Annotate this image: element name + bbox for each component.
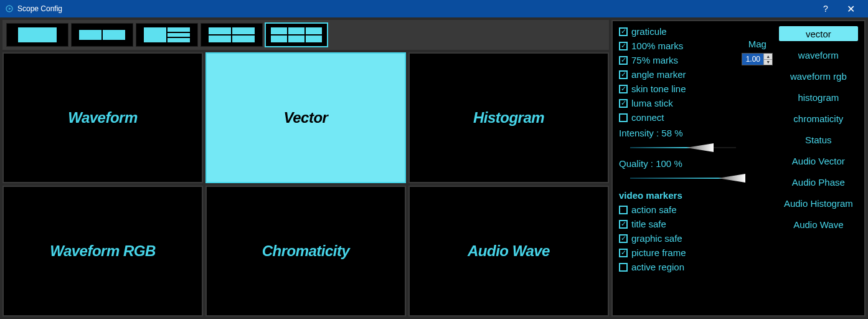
video-markers-heading: video markers [619,190,736,201]
scope-type-button[interactable]: waveform [779,47,858,62]
scope-cell[interactable]: Histogram [408,52,609,183]
scope-cell[interactable]: Audio Wave [408,186,609,317]
scope-type-button[interactable]: Audio Wave [779,217,858,232]
checkbox-icon: ✓ [619,27,628,36]
checkbox-label: angle marker [631,69,686,80]
layout-3[interactable] [136,23,198,47]
scope-type-button[interactable]: waveform rgb [779,69,858,83]
checkbox-label: skin tone line [631,83,686,94]
checkbox-icon [619,206,628,214]
checkbox-row[interactable]: action safe [619,204,736,215]
scope-cell[interactable]: Chromaticity [205,186,406,317]
scope-type-button[interactable]: histogram [779,90,858,105]
close-button[interactable]: ✕ [838,0,863,17]
scope-type-button[interactable]: vector [779,26,858,41]
checkbox-label: 100% marks [631,40,683,51]
layout-strip [2,20,609,50]
svg-marker-1 [9,7,11,10]
checkbox-icon: ✓ [619,42,628,50]
options-column: ✓graticule✓100% marks✓75% marks✓angle ma… [619,26,736,310]
checkbox-icon: ✓ [619,99,628,108]
mag-column: Mag ▲▼ [741,26,774,310]
checkbox-icon: ✓ [619,249,628,257]
checkbox-row[interactable]: ✓picture frame [619,247,736,258]
checkbox-label: action safe [631,204,677,215]
checkbox-label: active region [631,262,684,272]
layout-1[interactable] [6,23,68,47]
checkbox-icon: ✓ [619,56,628,65]
checkbox-row[interactable]: ✓luma stick [619,98,736,108]
scope-cell[interactable]: Waveform RGB [2,186,203,317]
quality-label: Quality : 100 % [619,158,736,169]
scope-type-button[interactable]: Status [779,132,858,147]
mag-input[interactable] [742,54,763,65]
scope-type-button[interactable]: Audio Phase [779,174,858,189]
scope-type-button[interactable]: Audio Vector [779,153,858,168]
titlebar: Scope Config ? ✕ [0,0,868,17]
app-icon [5,4,14,13]
window-title: Scope Config [17,4,62,13]
checkbox-row[interactable]: active region [619,262,736,272]
scope-type-button[interactable]: Audio Histogram [779,196,858,211]
checkbox-label: graticule [631,26,667,37]
layout-4[interactable] [200,23,263,47]
scope-grid: WaveformVectorHistogramWaveform RGBChrom… [2,52,609,317]
checkbox-label: connect [631,112,664,123]
checkbox-row[interactable]: ✓title safe [619,219,736,229]
mag-spinner[interactable]: ▲▼ [742,53,773,65]
checkbox-label: graphic safe [631,233,682,244]
checkbox-icon [619,263,628,272]
checkbox-row[interactable]: ✓graticule [619,26,736,37]
layout-5[interactable] [265,23,328,47]
checkbox-row[interactable]: ✓angle marker [619,69,736,80]
checkbox-row[interactable]: ✓graphic safe [619,233,736,244]
checkbox-label: picture frame [631,247,686,258]
checkbox-row[interactable]: connect [619,112,736,123]
right-panel: ✓graticule✓100% marks✓75% marks✓angle ma… [611,20,866,317]
checkbox-label: title safe [631,219,666,229]
intensity-slider[interactable] [619,142,736,153]
mag-up[interactable]: ▲ [763,54,772,60]
checkbox-label: luma stick [631,98,673,108]
checkbox-icon: ✓ [619,220,628,229]
scope-cell[interactable]: Vector [205,52,406,183]
layout-2[interactable] [71,23,133,47]
checkbox-icon: ✓ [619,70,628,79]
checkbox-icon: ✓ [619,234,628,243]
quality-slider[interactable] [619,173,736,184]
type-column: vectorwaveformwaveform rgbhistogramchrom… [779,26,858,310]
checkbox-row[interactable]: ✓100% marks [619,40,736,51]
checkbox-row[interactable]: ✓75% marks [619,55,736,65]
checkbox-icon: ✓ [619,85,628,93]
intensity-label: Intensity : 58 % [619,128,736,138]
checkbox-label: 75% marks [631,55,678,65]
checkbox-icon [619,113,628,122]
help-button[interactable]: ? [813,0,838,17]
checkbox-row[interactable]: ✓skin tone line [619,83,736,94]
mag-label: Mag [748,39,767,49]
mag-down[interactable]: ▼ [763,60,772,65]
scope-cell[interactable]: Waveform [2,52,203,183]
scope-type-button[interactable]: chromaticity [779,111,858,126]
